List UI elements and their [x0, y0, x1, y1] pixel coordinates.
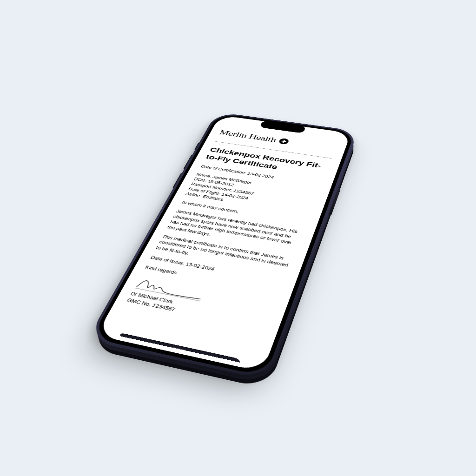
phone-mockup: Merlin Health Chickenpox Recovery Fit-to…: [86, 112, 358, 381]
brand-name: Merlin Health: [218, 129, 278, 144]
stage: Merlin Health Chickenpox Recovery Fit-to…: [0, 0, 476, 476]
plus-circle-icon: [278, 138, 290, 145]
